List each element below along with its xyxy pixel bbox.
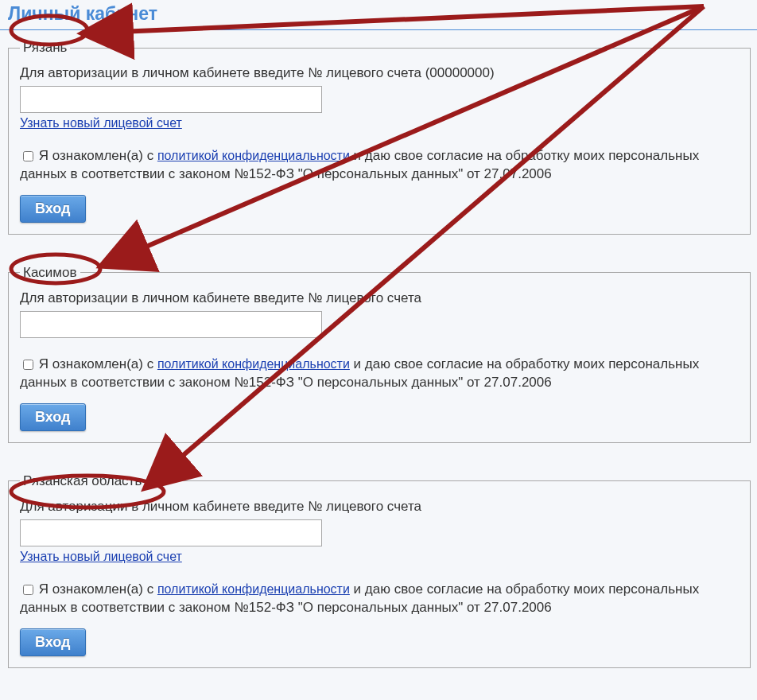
consent-row: Я ознакомлен(а) с политикой конфиденциал… (20, 579, 740, 617)
account-input[interactable] (20, 519, 322, 546)
block-legend: Рязань (20, 40, 70, 56)
consent-row: Я ознакомлен(а) с политикой конфиденциал… (20, 146, 740, 184)
consent-checkbox[interactable] (23, 585, 33, 595)
page-title: Личный кабинет (0, 0, 757, 30)
policy-link[interactable]: политикой конфиденциальности (157, 147, 350, 165)
consent-prefix: Я ознакомлен(а) с (39, 581, 157, 597)
consent-checkbox[interactable] (23, 360, 33, 370)
consent-checkbox[interactable] (23, 151, 33, 161)
consent-prefix: Я ознакомлен(а) с (39, 148, 157, 163)
policy-link[interactable]: политикой конфиденциальности (157, 356, 350, 373)
page-root: Личный кабинет Рязань Для авторизации в … (0, 0, 757, 700)
block-kasimov: Касимов Для авторизации в личном кабинет… (8, 265, 751, 443)
new-account-link[interactable]: Узнать новый лицевой счет (20, 550, 182, 564)
consent-row: Я ознакомлен(а) с политикой конфиденциал… (20, 354, 740, 392)
enter-button[interactable]: Вход (20, 628, 86, 656)
account-input[interactable] (20, 311, 322, 338)
instruction-text: Для авторизации в личном кабинете введит… (20, 290, 740, 306)
block-ryazan: Рязань Для авторизации в личном кабинете… (8, 40, 751, 235)
policy-link[interactable]: политикой конфиденциальности (157, 581, 350, 598)
consent-prefix: Я ознакомлен(а) с (39, 356, 157, 371)
block-legend: Касимов (20, 265, 80, 281)
instruction-text: Для авторизации в личном кабинете введит… (20, 499, 740, 515)
new-account-link[interactable]: Узнать новый лицевой счет (20, 116, 182, 130)
block-ryazan-oblast: Рязанская область Для авторизации в личн… (8, 473, 751, 668)
block-legend: Рязанская область (20, 473, 145, 489)
instruction-text: Для авторизации в личном кабинете введит… (20, 65, 740, 81)
enter-button[interactable]: Вход (20, 195, 86, 223)
account-input[interactable] (20, 86, 322, 113)
enter-button[interactable]: Вход (20, 403, 86, 431)
